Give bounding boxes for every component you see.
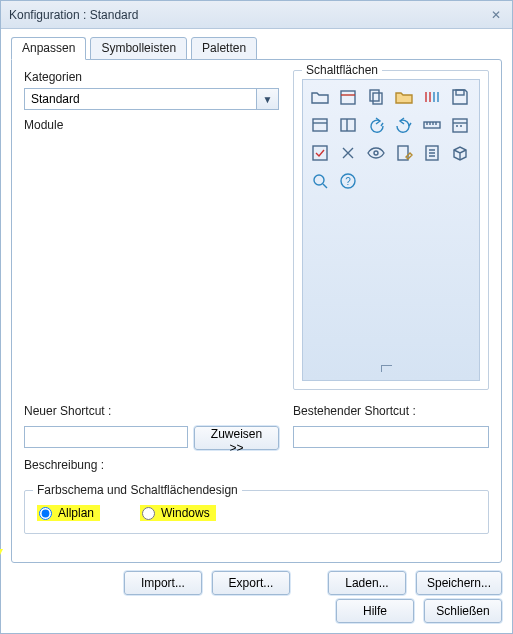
new-shortcut-input[interactable] [24, 426, 188, 448]
scheme-fieldset: Farbschema und Schaltflächendesign Allpl… [24, 490, 489, 534]
export-button[interactable]: Export... [212, 571, 290, 595]
tools-icon[interactable] [337, 142, 359, 164]
config-dialog: Konfiguration : Standard ✕ Anpassen Symb… [0, 0, 513, 634]
radio-windows-input[interactable] [142, 507, 155, 520]
radio-allplan-input[interactable] [39, 507, 52, 520]
undo-icon[interactable] [365, 114, 387, 136]
svg-rect-5 [341, 119, 355, 131]
buttons-legend: Schaltflächen [302, 63, 382, 77]
svg-rect-8 [313, 146, 327, 160]
load-button[interactable]: Laden... [328, 571, 406, 595]
folder-icon[interactable] [309, 86, 331, 108]
categories-label: Kategorien [24, 70, 279, 84]
tab-symbolleisten[interactable]: Symbolleisten [90, 37, 187, 60]
save-button[interactable]: Speichern... [416, 571, 502, 595]
footer-row-1: Import... Export... Laden... Speichern..… [11, 571, 502, 595]
search-zoom-icon[interactable] [309, 170, 331, 192]
date-icon[interactable] [449, 114, 471, 136]
new-shortcut-label: Neuer Shortcut : [24, 404, 279, 418]
radio-allplan-label: Allplan [58, 506, 94, 520]
help-icon[interactable]: ? [337, 170, 359, 192]
tab-paletten[interactable]: Paletten [191, 37, 257, 60]
eye-icon[interactable] [365, 142, 387, 164]
module-label: Module [24, 118, 279, 132]
svg-rect-0 [341, 91, 355, 104]
redo-icon[interactable] [393, 114, 415, 136]
tab-strip: Anpassen Symbolleisten Paletten [11, 37, 502, 60]
panel-resize-handle[interactable] [309, 362, 473, 374]
edit-page-icon[interactable] [393, 142, 415, 164]
svg-point-12 [314, 175, 324, 185]
existing-shortcut-input[interactable] [293, 426, 489, 448]
page-icon[interactable] [421, 142, 443, 164]
svg-point-9 [374, 151, 378, 155]
category-combo[interactable]: ▼ [24, 88, 279, 110]
close-button[interactable]: Schließen [424, 599, 502, 623]
svg-rect-4 [313, 119, 327, 131]
window-title: Konfiguration : Standard [9, 8, 488, 22]
buttons-fieldset: Schaltflächen [293, 70, 489, 390]
tab-anpassen[interactable]: Anpassen [11, 37, 86, 60]
close-icon[interactable]: ✕ [488, 7, 504, 23]
icon-grid: ? [309, 86, 473, 192]
category-input[interactable] [25, 89, 256, 109]
copy-icon[interactable] [365, 86, 387, 108]
titlebar: Konfiguration : Standard ✕ [1, 1, 512, 29]
scheme-legend: Farbschema und Schaltflächendesign [33, 483, 242, 497]
footer-row-2: Hilfe Schließen [11, 599, 502, 623]
open-folder-icon[interactable] [393, 86, 415, 108]
ruler-icon[interactable] [421, 114, 443, 136]
save-icon[interactable] [449, 86, 471, 108]
import-button[interactable]: Import... [124, 571, 202, 595]
radio-allplan[interactable]: Allplan [37, 505, 100, 521]
help-button[interactable]: Hilfe [336, 599, 414, 623]
svg-rect-1 [370, 90, 379, 101]
chevron-down-icon[interactable]: ▼ [256, 89, 278, 109]
tab-panel: Kategorien ▼ Module Schaltflächen [11, 59, 502, 563]
radio-windows-label: Windows [161, 506, 210, 520]
checkbox-icon[interactable] [309, 142, 331, 164]
existing-shortcut-label: Bestehender Shortcut : [293, 404, 489, 418]
radio-windows[interactable]: Windows [140, 505, 216, 521]
svg-rect-2 [373, 93, 382, 104]
svg-rect-3 [456, 90, 464, 95]
layout-icon[interactable] [337, 114, 359, 136]
svg-text:?: ? [345, 176, 351, 187]
calendar-icon[interactable] [337, 86, 359, 108]
icon-panel: ? [302, 79, 480, 381]
window-icon[interactable] [309, 114, 331, 136]
bars-icon[interactable] [421, 86, 443, 108]
box-icon[interactable] [449, 142, 471, 164]
description-label: Beschreibung : [24, 458, 489, 472]
assign-button[interactable]: Zuweisen >> [194, 426, 279, 450]
